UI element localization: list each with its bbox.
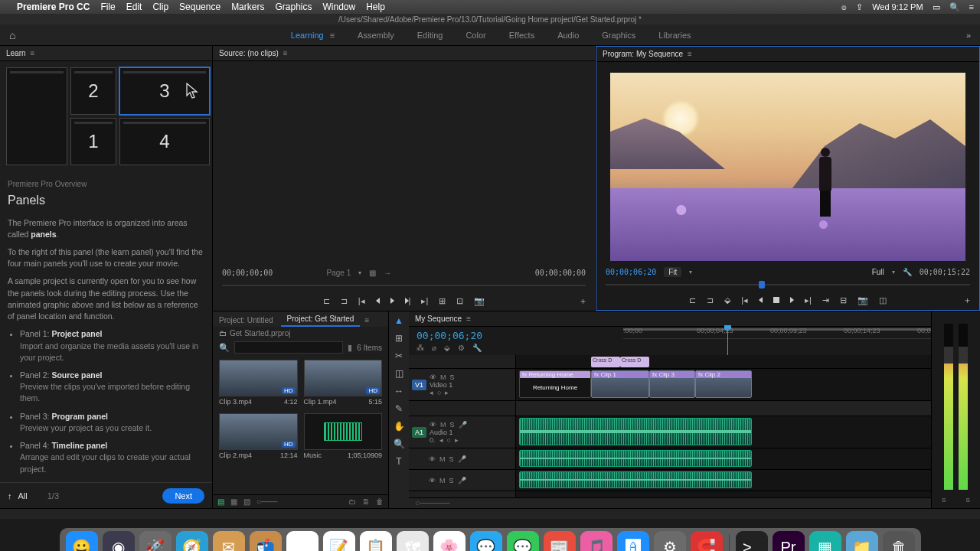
workspace-audio[interactable]: Audio xyxy=(557,31,579,40)
next-button[interactable]: Next xyxy=(162,488,204,504)
list-view-icon[interactable]: ▤ xyxy=(217,497,224,506)
wrench-icon[interactable]: 🔧 xyxy=(472,344,482,352)
new-item-icon[interactable]: 🗎 xyxy=(362,497,370,506)
mark-in-icon[interactable]: ⊏ xyxy=(689,295,696,305)
dock-app[interactable]: 💬 xyxy=(470,531,502,551)
dock-app[interactable]: 📁 xyxy=(846,531,878,551)
tool-5[interactable]: ✎ xyxy=(393,403,405,415)
flag-icon[interactable]: ▭ xyxy=(933,2,940,12)
dock-app[interactable]: 📋 xyxy=(360,531,392,551)
dock-app[interactable]: ⚙ xyxy=(654,531,686,551)
step-fwd-icon[interactable]: | xyxy=(405,296,411,305)
app-name[interactable]: Premiere Pro CC xyxy=(17,2,90,12)
dock-app[interactable]: >_ xyxy=(736,531,768,551)
tool-8[interactable]: T xyxy=(393,455,405,468)
zoom-slider[interactable]: ○─── xyxy=(256,497,277,506)
zoom-select[interactable]: Fit xyxy=(664,267,681,277)
workspace-libraries[interactable]: Libraries xyxy=(658,31,691,40)
dock-app[interactable]: Pr xyxy=(773,531,805,551)
track-head-a3[interactable]: 👁MS🎤 xyxy=(409,470,515,491)
project-search-input[interactable] xyxy=(234,341,343,354)
panel-menu-icon[interactable]: ≡ xyxy=(31,49,35,57)
tool-3[interactable]: ◫ xyxy=(393,367,405,380)
tool-0[interactable]: ▲ xyxy=(393,315,405,327)
timeline-tracks[interactable]: Cross DCross Dfx Returning HomeReturning… xyxy=(516,355,931,497)
tool-2[interactable]: ✂ xyxy=(393,350,405,362)
transition-clip[interactable]: Cross D xyxy=(620,357,649,367)
menu-edit[interactable]: Edit xyxy=(126,2,142,12)
go-in-icon[interactable]: |◂ xyxy=(358,296,365,306)
source-ruler[interactable] xyxy=(222,280,586,291)
compare-icon[interactable]: ◫ xyxy=(879,295,887,305)
tool-6[interactable]: ✋ xyxy=(393,420,405,432)
timeline-clip[interactable]: fx Clip 2 xyxy=(695,370,752,398)
menu-markers[interactable]: Markers xyxy=(231,2,264,12)
settings-icon[interactable]: 🔧 xyxy=(903,268,912,276)
workspace-overflow-icon[interactable]: » xyxy=(966,31,971,40)
menu-graphics[interactable]: Graphics xyxy=(275,2,312,12)
step-fwd-icon[interactable]: ▸| xyxy=(805,295,812,305)
settings-icon[interactable]: ⚙ xyxy=(458,344,465,352)
button-editor-icon[interactable]: ＋ xyxy=(963,295,972,306)
workspace-menu-icon[interactable]: ≡ xyxy=(330,31,335,40)
dock-app[interactable]: 📬 xyxy=(250,531,282,551)
timeline-ruler[interactable]: :00;0000;00;04;2300;00;09;2300;00;14;230… xyxy=(623,327,931,339)
dock-app[interactable]: 🚀 xyxy=(139,531,172,551)
timeline-clip[interactable] xyxy=(519,471,752,488)
linked-icon[interactable]: ⌀ xyxy=(432,344,436,352)
transition-clip[interactable]: Cross D xyxy=(591,357,620,367)
mark-out-icon[interactable]: ⊐ xyxy=(707,295,714,305)
tool-1[interactable]: ⊞ xyxy=(393,332,405,344)
learn-tab[interactable]: Learn xyxy=(6,49,26,57)
track-head-a1[interactable]: A1 👁MS🎤 Audio 1 0.◂○▸ xyxy=(409,416,515,448)
tool-4[interactable]: ↔ xyxy=(393,385,405,397)
marker-icon[interactable]: ⬙ xyxy=(444,344,450,352)
go-in-icon[interactable]: |◂ xyxy=(741,295,748,305)
dock-app[interactable]: 🗺 xyxy=(397,531,429,551)
timeline-tab[interactable]: My Sequence xyxy=(415,315,462,323)
mark-in-icon[interactable]: ⊏ xyxy=(323,296,330,306)
overwrite-icon[interactable]: ⊡ xyxy=(456,296,463,306)
workspace-graphics[interactable]: Graphics xyxy=(602,31,635,40)
dock-app[interactable]: ◉ xyxy=(103,531,135,551)
timeline-clip[interactable]: fx Clip 3 xyxy=(649,370,695,398)
workspace-effects[interactable]: Effects xyxy=(509,31,534,40)
timeline-tc[interactable]: 00;00;06;20 xyxy=(416,330,508,341)
tab-project-untitled[interactable]: Project: Untitled xyxy=(213,314,279,327)
project-breadcrumb[interactable]: 🗀Get Started.prproj xyxy=(213,327,388,340)
menu-clip[interactable]: Clip xyxy=(152,2,168,12)
source-tc-left[interactable]: 00;00;00;00 xyxy=(222,269,273,277)
freeform-icon[interactable]: ▧ xyxy=(243,497,250,506)
workspace-learning[interactable]: Learning xyxy=(291,31,324,40)
button-editor-icon[interactable]: ＋ xyxy=(579,295,587,307)
panel-menu-icon[interactable]: ≡ xyxy=(688,50,692,58)
media-clip[interactable]: HDClip 3.mp44:12 xyxy=(219,360,298,406)
dock-app[interactable]: 🧭 xyxy=(176,531,208,551)
new-bin-icon[interactable]: 🗀 xyxy=(348,497,356,506)
media-clip[interactable]: Music1;05;10909 xyxy=(304,413,383,459)
menu-sequence[interactable]: Sequence xyxy=(179,2,220,12)
panel-menu-icon[interactable]: ≡ xyxy=(466,315,471,323)
tab-project-getstarted[interactable]: Project: Get Started xyxy=(281,312,361,327)
track-head-a2[interactable]: 👁MS🎤 xyxy=(409,448,515,470)
up-icon[interactable]: ↑ xyxy=(8,491,12,500)
workspace-assembly[interactable]: Assembly xyxy=(358,31,394,40)
dock-app[interactable]: 🗓 xyxy=(286,531,318,551)
export-frame-icon[interactable]: 📷 xyxy=(858,295,868,305)
play-icon[interactable] xyxy=(790,295,794,305)
dock-app[interactable]: 📰 xyxy=(544,531,576,551)
page-label[interactable]: Page 1 xyxy=(327,269,351,277)
timeline-clip[interactable] xyxy=(519,418,752,445)
dock-app[interactable]: 💬 xyxy=(507,531,539,551)
trash-icon[interactable]: 🗑 xyxy=(376,497,384,506)
workspace-color[interactable]: Color xyxy=(466,31,485,40)
media-clip[interactable]: HDClip 1.mp45:15 xyxy=(304,360,383,406)
menu-extras-icon[interactable]: ≡ xyxy=(969,2,974,11)
program-ruler[interactable] xyxy=(606,279,970,290)
dock-app[interactable]: 🎵 xyxy=(580,531,612,551)
source-tab[interactable]: Source: (no clips) xyxy=(219,49,279,57)
step-back-icon[interactable] xyxy=(376,296,380,305)
search-icon[interactable]: 🔍 xyxy=(949,2,960,12)
go-out-icon[interactable]: ▸| xyxy=(421,296,428,306)
media-clip[interactable]: HDClip 2.mp412:14 xyxy=(219,413,298,459)
